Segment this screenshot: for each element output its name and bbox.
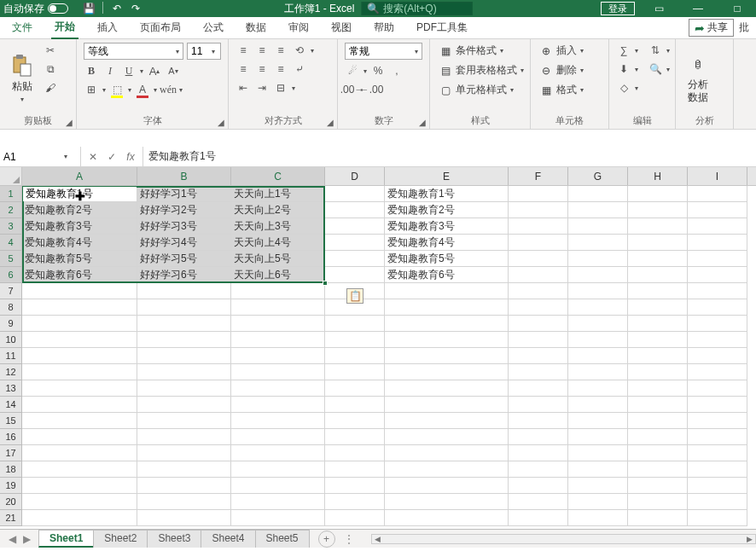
ribbon-display-icon[interactable]: ▭ — [643, 2, 674, 15]
cell[interactable] — [325, 380, 385, 397]
cell[interactable]: 好好学习2号 — [137, 202, 231, 218]
accounting-icon[interactable]: ☄ — [345, 63, 360, 78]
paste-button[interactable]: 粘贴 ▾ — [7, 43, 38, 113]
cell[interactable]: 好好学习3号 — [137, 218, 231, 235]
cell[interactable] — [688, 316, 747, 332]
column-header-B[interactable]: B — [137, 167, 231, 185]
sheet-tab[interactable]: Sheet2 — [93, 530, 148, 548]
add-sheet-button[interactable]: + — [318, 531, 335, 548]
cell[interactable]: 爱知趣教育1号 — [385, 186, 509, 202]
tab-data[interactable]: 数据 — [242, 17, 270, 39]
comma-icon[interactable]: , — [389, 63, 404, 78]
shrink-font-icon[interactable]: A▾ — [166, 63, 181, 78]
cell[interactable] — [22, 299, 137, 316]
cell[interactable] — [688, 267, 747, 283]
row-header[interactable]: 16 — [0, 429, 22, 445]
wrap-text-icon[interactable]: ⤶ — [292, 61, 307, 77]
active-cell[interactable]: 爱知趣教育1号 — [23, 187, 137, 201]
formula-input[interactable] — [143, 147, 756, 166]
cell[interactable] — [568, 218, 628, 235]
cell[interactable] — [22, 461, 137, 478]
cell[interactable]: 爱知趣教育6号 — [385, 267, 509, 283]
cell[interactable] — [385, 510, 509, 526]
row-header[interactable]: 1 — [0, 186, 22, 202]
redo-icon[interactable]: ↷ — [129, 2, 142, 15]
cell[interactable] — [688, 478, 747, 494]
cell[interactable] — [568, 251, 628, 267]
align-center-icon[interactable]: ≡ — [254, 61, 270, 77]
cell[interactable] — [688, 186, 747, 202]
cell[interactable] — [385, 397, 509, 413]
cell[interactable] — [688, 494, 747, 510]
column-header-I[interactable]: I — [688, 167, 747, 185]
cell[interactable] — [628, 445, 688, 461]
align-middle-icon[interactable]: ≡ — [254, 43, 270, 58]
cell[interactable] — [568, 380, 628, 397]
fill-handle[interactable] — [323, 281, 328, 286]
undo-icon[interactable]: ↶ — [110, 2, 124, 15]
cell[interactable] — [325, 364, 385, 380]
cell[interactable] — [137, 429, 231, 445]
cell[interactable] — [137, 332, 231, 348]
cell[interactable] — [325, 429, 385, 445]
cell[interactable] — [231, 478, 325, 494]
conditional-formatting-button[interactable]: ▦条件格式▾ — [437, 43, 526, 59]
column-header-F[interactable]: F — [509, 167, 568, 185]
row-header[interactable]: 17 — [0, 445, 22, 461]
cell[interactable] — [568, 299, 628, 316]
sheet-tab[interactable]: Sheet5 — [255, 530, 310, 548]
cell[interactable] — [509, 186, 568, 202]
save-icon[interactable]: 💾 — [82, 2, 96, 15]
cell[interactable] — [628, 380, 688, 397]
cell[interactable] — [325, 267, 385, 283]
cell[interactable] — [231, 380, 325, 397]
border-button[interactable]: ⊞ — [84, 82, 99, 97]
cell[interactable] — [385, 461, 509, 478]
percent-icon[interactable]: % — [370, 63, 386, 78]
cell[interactable] — [22, 413, 137, 429]
cell[interactable] — [568, 510, 628, 526]
cell[interactable] — [688, 251, 747, 267]
cell[interactable] — [568, 348, 628, 364]
cell[interactable] — [628, 461, 688, 478]
cell[interactable] — [509, 267, 568, 283]
cell[interactable] — [509, 218, 568, 235]
cell[interactable] — [688, 235, 747, 251]
cell[interactable] — [628, 494, 688, 510]
cell[interactable] — [509, 413, 568, 429]
cell[interactable] — [509, 429, 568, 445]
cell[interactable] — [325, 478, 385, 494]
tab-home[interactable]: 开始 — [51, 17, 79, 39]
sort-filter-icon[interactable]: ⇅ — [648, 43, 663, 58]
tab-help[interactable]: 帮助 — [370, 17, 398, 39]
cell[interactable] — [137, 316, 231, 332]
cell[interactable] — [509, 510, 568, 526]
cell[interactable] — [385, 299, 509, 316]
cell[interactable] — [688, 348, 747, 364]
cell[interactable] — [22, 397, 137, 413]
cell[interactable] — [325, 235, 385, 251]
cell[interactable] — [385, 283, 509, 299]
cell[interactable] — [137, 494, 231, 510]
scroll-left-icon[interactable]: ◀ — [372, 535, 384, 543]
format-painter-icon[interactable]: 🖌 — [43, 80, 58, 96]
cell[interactable] — [688, 202, 747, 218]
cell[interactable] — [137, 283, 231, 299]
cell[interactable] — [325, 494, 385, 510]
cell[interactable] — [325, 510, 385, 526]
column-header-A[interactable]: A — [22, 167, 137, 185]
row-header[interactable]: 15 — [0, 413, 22, 429]
number-format-combo[interactable]: 常规▾ — [345, 43, 422, 60]
paste-options-button[interactable]: 📋 — [346, 288, 363, 304]
tab-formulas[interactable]: 公式 — [200, 17, 227, 39]
cell[interactable]: 好好学习6号 — [137, 267, 231, 283]
cell[interactable] — [688, 283, 747, 299]
cell[interactable] — [22, 332, 137, 348]
cell[interactable] — [568, 332, 628, 348]
increase-decimal-icon[interactable]: .00→ — [345, 82, 360, 97]
cell[interactable] — [231, 283, 325, 299]
name-box[interactable]: ▾ — [0, 147, 81, 166]
cell[interactable] — [231, 316, 325, 332]
cell[interactable] — [568, 397, 628, 413]
cell[interactable] — [325, 461, 385, 478]
